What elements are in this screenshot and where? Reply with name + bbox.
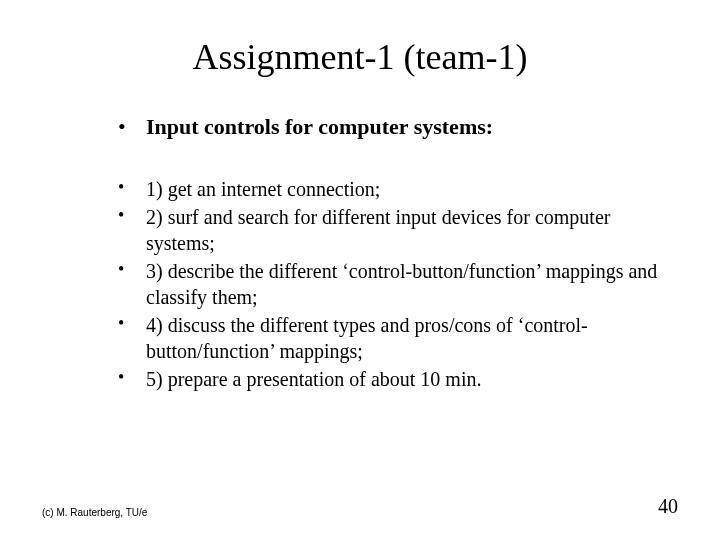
slide: Assignment-1 (team-1) Input controls for…	[0, 0, 720, 540]
footer-copyright: (c) M. Rauterberg, TU/e	[42, 507, 147, 518]
list-item: 4) discuss the different types and pros/…	[118, 312, 660, 364]
list-item: 1) get an internet connection;	[118, 176, 660, 202]
main-bullet-list: Input controls for computer systems:	[118, 114, 660, 140]
list-item: 5) prepare a presentation of about 10 mi…	[118, 366, 660, 392]
slide-title: Assignment-1 (team-1)	[60, 36, 660, 78]
page-number: 40	[658, 495, 678, 518]
sub-bullet-list: 1) get an internet connection; 2) surf a…	[118, 176, 660, 392]
main-bullet-item: Input controls for computer systems:	[118, 114, 660, 140]
list-item: 2) surf and search for different input d…	[118, 204, 660, 256]
list-item: 3) describe the different ‘control-butto…	[118, 258, 660, 310]
